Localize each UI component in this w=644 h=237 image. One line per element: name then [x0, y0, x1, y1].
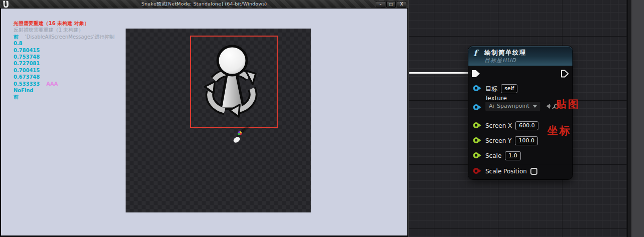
game-preview-window: Snake预览[NetMode: Standalone] (64-bit/Win… [0, 0, 408, 237]
debug-tag: 前 [14, 94, 114, 100]
debug-value: 0.780415 [14, 47, 114, 54]
target-pin[interactable] [473, 84, 482, 94]
debug-lighting-message: 光照需要重建（16 未构建 对象） [14, 20, 114, 27]
right-panel-edge[interactable] [631, 0, 644, 237]
ai-spawnpoint-pawn-icon [202, 45, 261, 119]
debug-message-overlay: 光照需要重建（16 未构建 对象） 反射捕获需要重建（1 未构建） 前 'Dis… [14, 20, 114, 101]
exec-input-pin[interactable] [471, 70, 480, 80]
debug-value: 0.700415 [14, 67, 114, 74]
exec-output-pin[interactable] [560, 70, 569, 80]
debug-value: 0.727081 [14, 60, 114, 67]
window-titlebar[interactable]: Snake预览[NetMode: Standalone] (64-bit/Win… [0, 0, 408, 9]
node-subtitle: 目标是HUD [484, 57, 516, 64]
node-header[interactable]: f 绘制简单纹理 目标是HUD [468, 46, 572, 66]
minimize-button[interactable]: – [376, 1, 385, 8]
scale-pin[interactable] [473, 151, 482, 161]
debug-value: 0.533333 [14, 81, 40, 87]
annotation-texture: 贴图 [556, 97, 580, 111]
debug-nofind-message: NoFind [14, 87, 114, 94]
scale-pin-label: Scale [485, 152, 501, 159]
window-title: Snake预览[NetMode: Standalone] (64-bit/Win… [0, 1, 408, 8]
panel-edge-divider [627, 0, 631, 237]
draw-simple-texture-node[interactable]: f 绘制简单纹理 目标是HUD 目标 self Texture Ai_Spawn… [468, 46, 572, 179]
blueprint-graph-panel[interactable]: f 绘制简单纹理 目标是HUD 目标 self Texture Ai_Spawn… [408, 0, 644, 237]
texture-pin-label: Texture [485, 95, 507, 102]
close-button[interactable]: X [397, 1, 406, 8]
debug-dart-marker [227, 123, 254, 145]
node-title: 绘制简单纹理 [484, 49, 526, 57]
preview-canvas: 光照需要重建（16 未构建 对象） 反射捕获需要重建（1 未构建） 前 'Dis… [1, 9, 407, 235]
target-pin-label: 目标 [485, 85, 497, 93]
screen-x-pin[interactable] [473, 121, 482, 131]
debug-tag: 前 [14, 34, 19, 40]
target-value-box[interactable]: self [501, 84, 517, 93]
debug-value: 0.673748 [14, 74, 114, 80]
debug-suppress-message: 'DisableAllScreenMessages'进行抑制 [25, 34, 114, 40]
use-selected-asset-icon[interactable] [544, 104, 551, 109]
chevron-down-icon [533, 105, 537, 110]
scale-position-pin-label: Scale Position [485, 168, 527, 175]
screen-y-pin-label: Screen Y [485, 137, 511, 144]
texture-asset-name: Ai_Spawnpoint [489, 103, 529, 110]
annotation-coords: 坐标 [547, 124, 571, 138]
screen-x-pin-label: Screen X [485, 122, 512, 129]
scale-position-pin[interactable] [473, 167, 482, 176]
debug-value: 0.753748 [14, 54, 114, 60]
texture-pin[interactable] [473, 103, 482, 113]
exec-wire [409, 72, 475, 74]
function-icon: f [473, 48, 477, 58]
debug-reflection-message: 反射捕获需要重建（1 未构建） [14, 27, 114, 33]
screen-x-value-input[interactable]: 600.0 [515, 121, 538, 130]
maximize-button[interactable]: □ [386, 1, 396, 8]
screen-y-pin[interactable] [473, 136, 482, 146]
debug-aaa-label: AAA [47, 81, 58, 87]
texture-asset-dropdown[interactable]: Ai_Spawnpoint [485, 101, 541, 111]
scale-value-input[interactable]: 1.0 [505, 151, 521, 160]
texture-preview-viewport [126, 29, 311, 212]
scale-position-checkbox[interactable] [530, 168, 537, 175]
screen-y-value-input[interactable]: 100.0 [515, 136, 538, 145]
debug-value: 0.8 [14, 40, 114, 47]
